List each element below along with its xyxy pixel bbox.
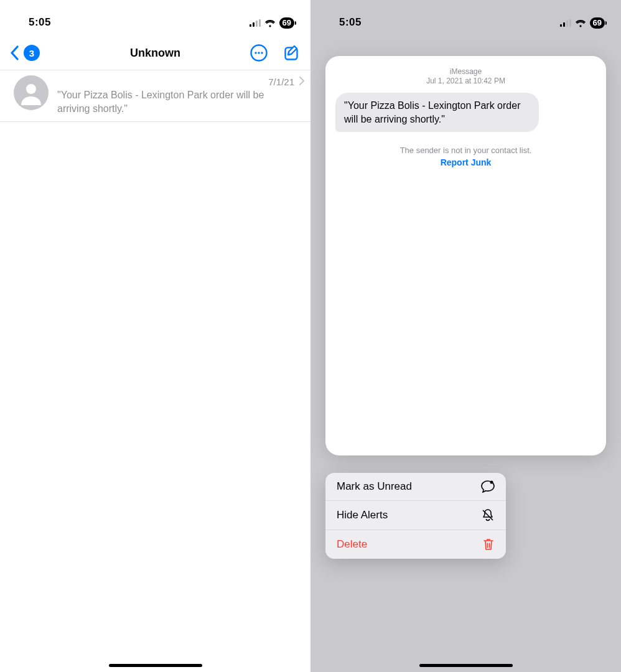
- status-right: 69: [250, 17, 294, 29]
- menu-label: Delete: [337, 538, 367, 551]
- menu-label: Mark as Unread: [337, 480, 412, 493]
- unread-badge: 3: [24, 45, 40, 61]
- menu-label: Hide Alerts: [337, 509, 388, 521]
- chevron-right-icon: [299, 77, 304, 87]
- svg-point-3: [261, 52, 263, 54]
- menu-mark-unread[interactable]: Mark as Unread: [325, 473, 506, 501]
- message-bubble: "Your Pizza Bolis - Lexington Park order…: [335, 93, 539, 132]
- row-date: 7/1/21: [268, 77, 294, 87]
- conversation-row[interactable]: 7/1/21 "Your Pizza Bolis - Lexington Par…: [0, 70, 310, 122]
- chat-bubble-icon: [481, 480, 495, 493]
- more-button[interactable]: [250, 44, 268, 62]
- home-indicator[interactable]: [419, 664, 513, 667]
- report-junk-link[interactable]: Report Junk: [335, 157, 596, 167]
- svg-point-2: [258, 52, 259, 54]
- row-body: 7/1/21 "Your Pizza Bolis - Lexington Par…: [49, 75, 304, 115]
- service-label: iMessage: [335, 67, 596, 76]
- compose-button[interactable]: [283, 44, 301, 62]
- messages-list-screen: 5:05 69 3 Unknown: [0, 0, 310, 672]
- battery-icon: 69: [279, 17, 294, 29]
- status-bar: 5:05 69: [310, 0, 621, 30]
- svg-point-6: [490, 481, 493, 484]
- conversation-preview-card[interactable]: iMessage Jul 1, 2021 at 10:42 PM "Your P…: [325, 56, 606, 455]
- status-time: 5:05: [339, 16, 362, 29]
- nav-bar: 3 Unknown: [0, 36, 310, 70]
- svg-point-1: [254, 52, 256, 54]
- status-bar: 5:05 69: [0, 0, 310, 30]
- status-time: 5:05: [29, 16, 51, 29]
- sender-notice: The sender is not in your contact list.: [335, 146, 596, 155]
- menu-delete[interactable]: Delete: [325, 530, 506, 559]
- message-timestamp: Jul 1, 2021 at 10:42 PM: [335, 77, 596, 85]
- back-button[interactable]: [10, 45, 19, 60]
- context-menu: Mark as Unread Hide Alerts Delete: [325, 473, 506, 559]
- bell-slash-icon: [481, 508, 495, 522]
- status-right: 69: [560, 17, 605, 29]
- cellular-signal-icon: [560, 19, 571, 27]
- cellular-signal-icon: [250, 19, 261, 27]
- avatar: [14, 75, 49, 110]
- wifi-icon: [264, 19, 276, 27]
- row-preview: "Your Pizza Bolis - Lexington Park order…: [57, 87, 304, 115]
- trash-icon: [482, 538, 495, 551]
- battery-icon: 69: [590, 17, 605, 29]
- svg-point-5: [26, 84, 36, 94]
- context-menu-screen: 5:05 69 iMessage Jul 1, 2021 at 10:42 PM…: [310, 0, 621, 672]
- home-indicator[interactable]: [109, 664, 202, 667]
- menu-hide-alerts[interactable]: Hide Alerts: [325, 501, 506, 530]
- wifi-icon: [575, 19, 586, 27]
